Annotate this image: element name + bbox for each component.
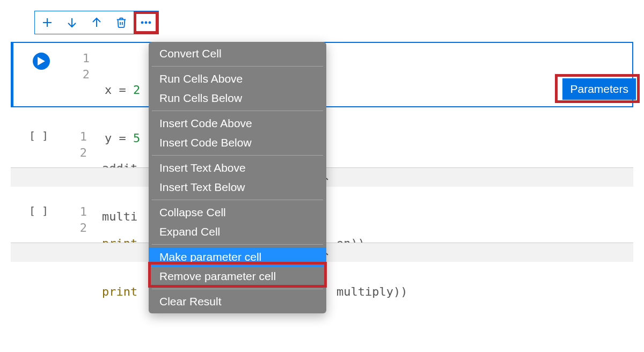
menu-separator — [152, 200, 323, 200]
line-number: 1 — [65, 50, 90, 67]
cell-toolbar — [34, 11, 159, 34]
menu-run-cells-above[interactable]: Run Cells Above — [149, 69, 326, 89]
menu-make-parameter-cell[interactable]: Make parameter cell — [149, 247, 326, 267]
delete-cell-button[interactable] — [109, 11, 134, 34]
arrow-up-icon — [90, 16, 103, 29]
menu-insert-code-above[interactable]: Insert Code Above — [149, 114, 326, 133]
menu-separator — [152, 155, 323, 156]
menu-run-cells-below[interactable]: Run Cells Below — [149, 89, 326, 108]
more-icon — [139, 16, 153, 29]
menu-remove-parameter-cell[interactable]: Remove parameter cell — [149, 267, 326, 286]
line-number: 1 — [62, 204, 87, 220]
menu-separator — [152, 289, 323, 289]
menu-expand-cell[interactable]: Expand Cell — [149, 222, 326, 241]
line-number: 1 — [62, 129, 87, 145]
menu-separator — [152, 111, 323, 111]
play-icon — [38, 57, 45, 65]
exec-count: [ ] — [29, 204, 48, 218]
parameters-badge[interactable]: Parameters — [562, 78, 636, 100]
line-gutter: 1 2 — [65, 43, 97, 106]
menu-clear-result[interactable]: Clear Result — [149, 292, 326, 311]
arrow-down-icon — [65, 16, 78, 29]
line-number: 2 — [62, 145, 87, 161]
menu-insert-text-below[interactable]: Insert Text Below — [149, 178, 326, 197]
more-actions-menu: Convert Cell Run Cells Above Run Cells B… — [149, 42, 326, 313]
cell-exec-area — [20, 43, 63, 106]
menu-insert-code-below[interactable]: Insert Code Below — [149, 133, 326, 152]
svg-point-5 — [145, 21, 147, 24]
line-number: 2 — [62, 220, 87, 236]
svg-point-4 — [141, 21, 143, 24]
move-up-button[interactable] — [84, 11, 109, 34]
menu-collapse-cell[interactable]: Collapse Cell — [149, 203, 326, 222]
add-cell-button[interactable] — [35, 11, 60, 34]
svg-point-6 — [149, 21, 151, 24]
menu-separator — [152, 66, 323, 67]
move-down-button[interactable] — [60, 11, 84, 34]
menu-separator — [152, 244, 323, 245]
svg-marker-7 — [38, 57, 45, 65]
plus-icon — [41, 16, 54, 29]
exec-count: [ ] — [29, 129, 48, 143]
more-actions-button[interactable] — [134, 11, 158, 34]
line-number: 2 — [65, 67, 90, 83]
menu-insert-text-above[interactable]: Insert Text Above — [149, 158, 326, 178]
trash-icon — [115, 16, 127, 29]
menu-convert-cell[interactable]: Convert Cell — [149, 44, 326, 63]
run-cell-button[interactable] — [33, 53, 50, 70]
